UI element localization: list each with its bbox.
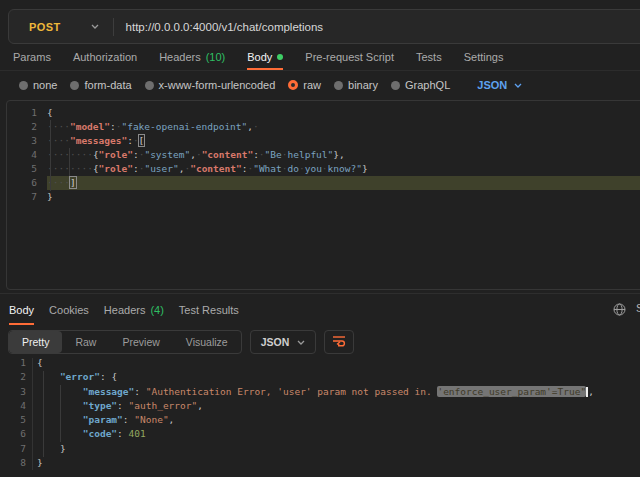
body-type-selector: none form-data x-www-form-urlencoded raw…: [0, 71, 640, 99]
code-line: 7}: [7, 190, 640, 204]
radio-icon: [70, 81, 79, 90]
view-raw[interactable]: Raw: [62, 331, 109, 353]
tab-headers[interactable]: Headers (10): [159, 44, 225, 70]
code-line: 7 }: [0, 442, 640, 456]
radio-label: GraphQL: [405, 79, 450, 91]
indent-guide: [43, 371, 44, 457]
chevron-down-icon: [297, 340, 305, 345]
line-number: 7: [7, 190, 47, 204]
view-pretty[interactable]: Pretty: [9, 331, 62, 353]
view-label: Visualize: [186, 336, 228, 348]
radio-icon: [19, 81, 28, 90]
radio-raw[interactable]: raw: [288, 79, 321, 91]
tab-label: Pre-request Script: [305, 51, 394, 63]
line-number: 2: [7, 120, 47, 134]
response-body-editor[interactable]: 1{2 "error": {3 "message": "Authenticati…: [0, 356, 640, 474]
response-tab-headers[interactable]: Headers (4): [104, 295, 164, 325]
tab-body[interactable]: Body: [247, 44, 283, 70]
radio-icon: [145, 81, 154, 90]
line-number: 5: [7, 162, 47, 176]
language-label: JSON: [261, 336, 290, 348]
code-line: 6 "code": 401: [0, 427, 640, 441]
divider: [113, 18, 114, 36]
tab-authorization[interactable]: Authorization: [73, 44, 137, 70]
code-line: 6····]: [7, 176, 640, 190]
radio-x-www-form-urlencoded[interactable]: x-www-form-urlencoded: [145, 79, 276, 91]
indent-guide: [50, 120, 51, 191]
tab-settings[interactable]: Settings: [464, 44, 504, 70]
response-tab-body[interactable]: Body: [9, 295, 34, 325]
tab-label: Body: [247, 51, 272, 63]
radio-icon: [391, 81, 400, 90]
tab-label: Headers: [159, 51, 201, 63]
tab-label: Headers: [104, 304, 146, 316]
response-splitter[interactable]: [0, 293, 640, 294]
code-line: 1{: [7, 106, 640, 120]
request-tabs: Params Authorization Headers (10) Body P…: [0, 44, 640, 71]
code-line: 4········{"role":·"system",·"content":·"…: [7, 148, 640, 162]
chevron-down-icon: [514, 83, 522, 88]
gutter-divider: [32, 358, 33, 470]
tab-pre-request-script[interactable]: Pre-request Script: [305, 44, 394, 70]
indent-guide: [69, 148, 70, 176]
method-label: POST: [29, 21, 61, 33]
url-input[interactable]: http://0.0.0.0:4000/v1/chat/completions: [126, 21, 324, 33]
request-url-bar: POST http://0.0.0.0:4000/v1/chat/complet…: [8, 9, 640, 44]
line-number: 6: [7, 176, 47, 190]
code-line: 3····"messages":·[: [7, 134, 640, 148]
line-number: 3: [7, 134, 47, 148]
chevron-down-icon: [91, 24, 99, 29]
radio-graphql[interactable]: GraphQL: [391, 79, 450, 91]
tab-label: Test Results: [179, 304, 239, 316]
raw-language-selector[interactable]: JSON: [477, 79, 522, 91]
code-line: 4 "type": "auth_error",: [0, 399, 640, 413]
code-line: 1{: [0, 356, 640, 370]
view-preview[interactable]: Preview: [109, 331, 172, 353]
radio-form-data[interactable]: form-data: [70, 79, 131, 91]
tab-label: Authorization: [73, 51, 137, 63]
radio-icon: [334, 81, 343, 90]
radio-label: binary: [348, 79, 378, 91]
response-headers-count-badge: (4): [150, 304, 163, 316]
tab-label: Body: [9, 304, 34, 316]
tab-label: Settings: [464, 51, 504, 63]
tab-tests[interactable]: Tests: [416, 44, 442, 70]
radio-label: raw: [303, 79, 321, 91]
tab-params[interactable]: Params: [13, 44, 51, 70]
line-number: 1: [7, 106, 47, 120]
wrap-text-button[interactable]: [324, 330, 354, 354]
radio-label: x-www-form-urlencoded: [159, 79, 276, 91]
radio-label: none: [33, 79, 57, 91]
radio-none[interactable]: none: [19, 79, 57, 91]
method-selector[interactable]: POST: [9, 21, 99, 33]
radio-binary[interactable]: binary: [334, 79, 378, 91]
code-line: 3 "message": "Authentication Error, 'use…: [0, 385, 640, 399]
radio-selected-icon: [288, 80, 298, 90]
postman-window: POST http://0.0.0.0:4000/v1/chat/complet…: [0, 0, 640, 477]
language-label: JSON: [477, 79, 507, 91]
response-tab-test-results[interactable]: Test Results: [179, 295, 239, 325]
view-label: Raw: [75, 336, 96, 348]
line-number: 4: [7, 148, 47, 162]
view-label: Pretty: [22, 336, 49, 348]
view-segmented-control: Pretty Raw Preview Visualize: [8, 330, 242, 354]
body-modified-dot-icon: [277, 54, 283, 60]
tab-label: Tests: [416, 51, 442, 63]
response-tabs: Body Cookies Headers (4) Test Results: [0, 295, 640, 325]
view-visualize[interactable]: Visualize: [173, 331, 241, 353]
code-line: 2 "error": {: [0, 370, 640, 384]
view-label: Preview: [122, 336, 159, 348]
globe-icon[interactable]: [613, 303, 626, 318]
headers-count-badge: (10): [206, 51, 226, 63]
request-body-editor[interactable]: 1{2····"model":·"fake-openai-endpoint",·…: [6, 100, 640, 290]
response-language-selector[interactable]: JSON: [250, 330, 317, 354]
radio-label: form-data: [84, 79, 131, 91]
response-view-controls: Pretty Raw Preview Visualize JSON: [8, 330, 640, 354]
code-line: 8}: [0, 456, 640, 470]
wrap-text-icon: [332, 335, 346, 349]
code-line: 5········{"role":·"user",·"content":·"Wh…: [7, 162, 640, 176]
status-text-clipped: S: [636, 302, 640, 314]
tab-label: Cookies: [49, 304, 89, 316]
response-tab-cookies[interactable]: Cookies: [49, 295, 89, 325]
code-line: 2····"model":·"fake-openai-endpoint",·: [7, 120, 640, 134]
